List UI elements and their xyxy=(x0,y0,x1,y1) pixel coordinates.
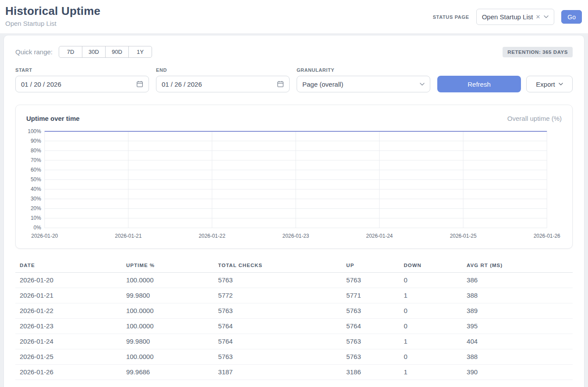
svg-text:20%: 20% xyxy=(31,205,41,211)
table-cell: 0 xyxy=(399,273,462,288)
table-cell: 5763 xyxy=(342,273,399,288)
svg-text:90%: 90% xyxy=(31,138,41,144)
refresh-button[interactable]: Refresh xyxy=(437,76,521,92)
table-cell: 5763 xyxy=(342,334,399,349)
calendar-icon[interactable] xyxy=(136,81,143,88)
chevron-down-icon xyxy=(420,83,425,86)
chart-legend: Overall uptime (%) xyxy=(507,115,562,122)
table-cell: 100.0000 xyxy=(122,303,214,319)
uptime-chart: 0%10%20%30%40%50%60%70%80%90%100%2026-01… xyxy=(26,128,562,241)
header-titles: Historical Uptime Open Startup List xyxy=(5,4,100,27)
uptime-table-body: 2026-01-20100.00005763576303862026-01-21… xyxy=(15,273,573,380)
table-cell: 3186 xyxy=(342,365,399,380)
table-cell: 0 xyxy=(399,319,462,334)
table-cell: 5763 xyxy=(214,303,342,319)
export-button[interactable]: Export xyxy=(526,76,573,92)
quick-range-label: Quick range: xyxy=(15,48,53,56)
table-row: 2026-01-2199.9800577257711388 xyxy=(15,288,573,303)
quick-range-button-30d[interactable]: 30D xyxy=(82,46,106,58)
table-cell: 5763 xyxy=(342,303,399,319)
top-header: Historical Uptime Open Startup List STAT… xyxy=(0,0,588,33)
quick-range-button-1y[interactable]: 1Y xyxy=(128,46,152,58)
table-cell: 100.0000 xyxy=(122,349,214,365)
svg-text:100%: 100% xyxy=(28,128,41,134)
table-cell: 2026-01-25 xyxy=(15,349,122,365)
table-cell: 2026-01-21 xyxy=(15,288,122,303)
uptime-table: DATEUPTIME %TOTAL CHECKSUPDOWNAVG RT (MS… xyxy=(15,260,573,380)
end-date-value: 01 / 26 / 2026 xyxy=(162,81,202,88)
quick-range-button-90d[interactable]: 90D xyxy=(105,46,129,58)
go-button[interactable]: Go xyxy=(561,10,582,24)
svg-text:2026-01-22: 2026-01-22 xyxy=(198,233,225,239)
table-cell: 388 xyxy=(462,349,573,365)
quick-range-left: Quick range: 7D30D90D1Y xyxy=(15,46,152,58)
svg-text:10%: 10% xyxy=(31,215,41,221)
table-cell: 2026-01-24 xyxy=(15,334,122,349)
table-cell: 1 xyxy=(399,365,462,380)
clear-icon[interactable]: ✕ xyxy=(535,14,540,20)
table-row: 2026-01-2699.9686318731861390 xyxy=(15,365,573,380)
page-title: Historical Uptime xyxy=(5,4,100,18)
column-header: DOWN xyxy=(399,260,462,273)
header-right: STATUS PAGE Open Startup List ✕ Go xyxy=(433,9,582,25)
svg-text:2026-01-25: 2026-01-25 xyxy=(450,233,477,239)
table-cell: 100.0000 xyxy=(122,273,214,288)
granularity-label: GRANULARITY xyxy=(297,67,430,73)
granularity-selected-value: Page (overall) xyxy=(302,81,343,88)
page-subtitle: Open Startup List xyxy=(5,20,100,27)
svg-text:2026-01-24: 2026-01-24 xyxy=(366,233,393,239)
quick-range-row: Quick range: 7D30D90D1Y RETENTION: 365 D… xyxy=(15,46,573,58)
table-row: 2026-01-20100.0000576357630386 xyxy=(15,273,573,288)
table-cell: 0 xyxy=(399,349,462,365)
table-row: 2026-01-22100.0000576357630389 xyxy=(15,303,573,319)
table-cell: 5772 xyxy=(214,288,342,303)
chart-title: Uptime over time xyxy=(26,115,80,122)
svg-text:60%: 60% xyxy=(31,167,41,173)
quick-range-button-7d[interactable]: 7D xyxy=(59,46,82,58)
svg-text:50%: 50% xyxy=(31,176,41,183)
calendar-icon[interactable] xyxy=(277,81,284,88)
table-cell: 389 xyxy=(462,303,573,319)
table-row: 2026-01-23100.0000576457640395 xyxy=(15,319,573,334)
column-header: UP xyxy=(342,260,399,273)
svg-text:2026-01-26: 2026-01-26 xyxy=(534,233,560,239)
svg-text:0%: 0% xyxy=(34,225,42,231)
start-label: START xyxy=(15,67,149,73)
table-cell: 5771 xyxy=(342,288,399,303)
table-cell: 2026-01-22 xyxy=(15,303,122,319)
retention-badge: RETENTION: 365 DAYS xyxy=(503,47,573,57)
table-cell: 3187 xyxy=(214,365,342,380)
chevron-down-icon xyxy=(559,83,563,85)
export-button-label: Export xyxy=(536,81,555,88)
svg-text:2026-01-20: 2026-01-20 xyxy=(31,233,58,239)
table-row: 2026-01-25100.0000576357630388 xyxy=(15,349,573,365)
quick-range-group: 7D30D90D1Y xyxy=(59,46,152,58)
chevron-down-icon xyxy=(544,15,549,18)
end-label: END xyxy=(156,67,290,73)
svg-text:2026-01-21: 2026-01-21 xyxy=(115,233,142,239)
column-header: UPTIME % xyxy=(122,260,214,273)
table-cell: 100.0000 xyxy=(122,319,214,334)
table-cell: 2026-01-23 xyxy=(15,319,122,334)
end-field: END 01 / 26 / 2026 xyxy=(156,67,290,92)
status-page-selected-value: Open Startup List xyxy=(482,13,533,21)
table-cell: 99.9800 xyxy=(122,288,214,303)
table-cell: 5763 xyxy=(214,349,342,365)
table-cell: 386 xyxy=(462,273,573,288)
table-cell: 2026-01-26 xyxy=(15,365,122,380)
chart-card: Uptime over time Overall uptime (%) 0%10… xyxy=(15,105,573,249)
table-cell: 388 xyxy=(462,288,573,303)
granularity-select[interactable]: Page (overall) xyxy=(297,76,430,92)
svg-text:30%: 30% xyxy=(31,196,41,202)
granularity-field: GRANULARITY Page (overall) xyxy=(297,67,430,92)
column-header: AVG RT (MS) xyxy=(462,260,573,273)
end-date-input[interactable]: 01 / 26 / 2026 xyxy=(156,76,290,92)
table-cell: 390 xyxy=(462,365,573,380)
start-date-input[interactable]: 01 / 20 / 2026 xyxy=(15,76,149,92)
table-cell: 0 xyxy=(399,303,462,319)
table-cell: 5763 xyxy=(214,273,342,288)
status-page-label: STATUS PAGE xyxy=(433,14,469,20)
filter-form-row: START 01 / 20 / 2026 END 01 / 26 / 2026 … xyxy=(15,67,573,92)
svg-text:70%: 70% xyxy=(31,157,41,163)
status-page-select[interactable]: Open Startup List ✕ xyxy=(476,9,555,25)
